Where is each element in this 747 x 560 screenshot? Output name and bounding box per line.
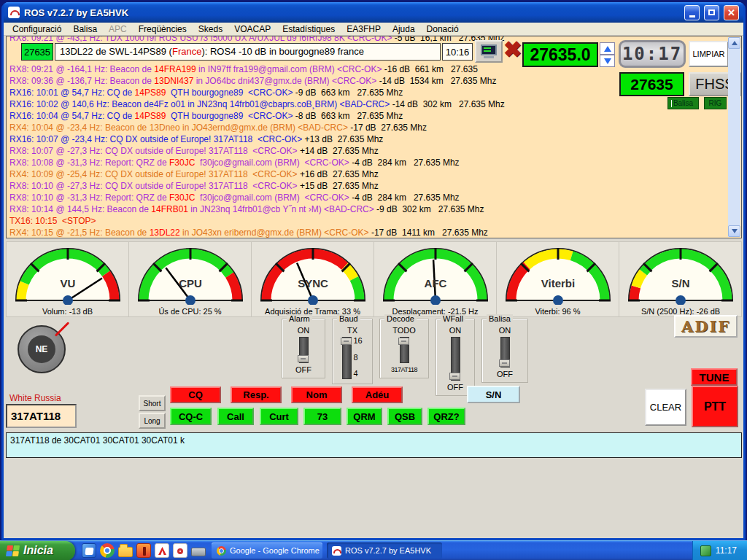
titlebar[interactable]: ROS v7.2.7 by EA5HVK ✕ (4, 2, 743, 23)
gauge-sync: SYNCAdquisició de Trama: 33 % (252, 242, 374, 316)
menu-item-freq-ncies[interactable]: Freqüències (133, 23, 193, 35)
menu-item-skeds[interactable]: Skeds (193, 23, 228, 35)
hardware-tray-icon[interactable] (700, 545, 711, 556)
switch-track[interactable] (299, 337, 309, 363)
long-button[interactable]: Long (139, 413, 166, 429)
switch-group-decode: DecodeTODO317AT118 (379, 319, 429, 378)
macro-button-cq[interactable]: CQ (170, 386, 221, 403)
callsign-field[interactable]: 317AT118 (6, 404, 77, 428)
switch-track[interactable] (342, 337, 352, 379)
switch-track[interactable] (500, 337, 510, 368)
switch-track[interactable] (451, 337, 460, 381)
macro-button-73[interactable]: 73 (303, 408, 341, 425)
task-label: Google - Google Chrome (230, 546, 320, 555)
messenger-icon[interactable] (82, 543, 96, 558)
macro-button-call[interactable]: Call (217, 408, 254, 425)
macro-button-cq-c[interactable]: CQ-C (170, 408, 212, 425)
switch-knob[interactable] (398, 338, 409, 345)
close-button[interactable]: ✕ (724, 5, 739, 20)
minimize-button[interactable] (684, 5, 700, 20)
computer-icon-button[interactable] (475, 40, 503, 63)
gauge-caption: Viterbi: 96 % (497, 307, 619, 316)
log-line: TX16: 10:15 <STOP> (9, 215, 727, 227)
switch-title: Decode (384, 314, 417, 323)
sn-button[interactable]: S/N (467, 386, 520, 403)
acrobat-icon[interactable] (155, 543, 169, 558)
menu-item-estad-stiques[interactable]: Estadístiques (276, 23, 341, 35)
macro-button-qrz[interactable]: QRZ? (427, 408, 465, 425)
short-button[interactable]: Short (139, 395, 166, 411)
media-player-icon[interactable] (136, 543, 151, 558)
switch-title: Alarm (287, 314, 312, 323)
word-icon[interactable] (173, 543, 187, 558)
macro-button-qsb[interactable]: QSB (387, 408, 422, 425)
svg-text:AFC: AFC (425, 277, 447, 289)
switch-label-top: TX (347, 325, 357, 335)
gauge-caption: Volum: -13 dB (7, 307, 128, 316)
gauge-vu: VUVolum: -13 dB (7, 242, 129, 316)
switch-knob[interactable] (341, 338, 352, 345)
knob-label: NE (28, 335, 55, 363)
rig-small-button[interactable]: RIG (704, 97, 727, 109)
switch-knob[interactable] (499, 359, 510, 367)
macro-button-resp[interactable]: Resp. (231, 386, 282, 403)
gauge-row: VUVolum: -13 dBCPUÚs de CPU: 25 %SYNCAdq… (6, 241, 742, 317)
macro-button-qrm[interactable]: QRM (347, 408, 382, 425)
menu-item-voacap[interactable]: VOACAP (228, 23, 276, 35)
log-line: RX16: 10:04 @ 54,7 Hz: CQ de 14PS89 QTH … (9, 110, 727, 122)
frequency-down-button[interactable] (600, 55, 615, 67)
taskbar-task-chrome[interactable]: Google - Google Chrome (212, 542, 322, 559)
menu-item-ea3fhp[interactable]: EA3FHP (341, 23, 387, 35)
device-icon[interactable] (191, 548, 206, 556)
scroll-down-button[interactable] (728, 225, 740, 237)
start-button[interactable]: Inicia (0, 541, 75, 560)
svg-text:CPU: CPU (179, 277, 202, 289)
clear-button[interactable]: CLEAR (645, 389, 686, 426)
switch-group-balisa: BalisaONOFF (481, 319, 528, 383)
menu-item-donaci[interactable]: Donació (421, 23, 465, 35)
switch-knob[interactable] (449, 373, 460, 380)
arrow-down-icon (604, 58, 611, 64)
delete-x-icon[interactable]: ✖ (503, 37, 522, 62)
log-line: RX4: 10:09 @ -25,4 Hz: CQ DX outside of … (9, 168, 727, 180)
macro-button-nom[interactable]: Nom (291, 386, 342, 403)
switch-knob[interactable] (298, 355, 309, 362)
switch-title: WFall (441, 314, 465, 323)
log-line: RX8: 10:10 @ -31,3 Hz: Report: QRZ de F3… (9, 192, 727, 203)
chrome-icon[interactable] (100, 543, 115, 558)
svg-text:VU: VU (61, 277, 76, 289)
menu-item-apc: APC (103, 23, 133, 35)
log-line: RX8: 10:10 @ -27,3 Hz: CQ DX outside of … (9, 180, 727, 192)
taskbar: Inicia Google - Google Chrome ROS v7.2.7… (0, 540, 747, 560)
antenna-direction-knob[interactable]: NE (18, 325, 66, 373)
macro-button-ad-u[interactable]: Adéu (352, 386, 403, 403)
tx-message-input[interactable]: 317AT118 de 30CAT01 30CAT01 30CAT01 k (6, 432, 742, 458)
limpiar-button[interactable]: LIMPIAR (689, 41, 729, 67)
taskbar-task-ros[interactable]: ROS v7.2.7 by EA5HVK (327, 542, 442, 559)
macro-button-curt[interactable]: Curt (260, 408, 298, 425)
gauge-cpu: CPUÚs de CPU: 25 % (129, 242, 252, 316)
svg-text:S/N: S/N (671, 277, 689, 289)
desktop: ROS v7.2.7 by EA5HVK ✕ ConfiguracióBalis… (0, 0, 747, 560)
switch-label-bottom: OFF (497, 369, 513, 379)
ptt-button[interactable]: PTT (692, 386, 738, 427)
scroll-up-button[interactable] (728, 37, 740, 49)
ros-app-icon (8, 7, 20, 18)
frequency-up-button[interactable] (600, 42, 615, 55)
folder-icon[interactable] (118, 547, 133, 557)
log-line: RX4: 10:15 @ -21,5 Hz: Beacon de 13DL22 … (9, 227, 727, 238)
switch-group-wfall: WFallONOFF (436, 319, 475, 396)
balisa-small-button[interactable]: Balisa (667, 97, 699, 109)
tune-button[interactable]: TUNE (691, 368, 738, 386)
rx-log-panel: RX8: 09:21 @ -43,1 Hz: TDX 1000 f9f RUS … (6, 36, 742, 238)
arrow-up-icon (604, 46, 611, 52)
adif-button[interactable]: ADIF (674, 315, 738, 338)
banner-frequency: 27635 (21, 43, 53, 61)
switch-track[interactable] (400, 337, 409, 363)
menu-item-configuraci[interactable]: Configuració (7, 23, 67, 35)
menu-item-ajuda[interactable]: Ajuda (387, 23, 421, 35)
maximize-button[interactable] (704, 5, 719, 20)
utc-clock: 10:17 (619, 40, 686, 68)
menu-item-balisa[interactable]: Balisa (67, 23, 103, 35)
log-scrollbar[interactable] (728, 37, 740, 237)
